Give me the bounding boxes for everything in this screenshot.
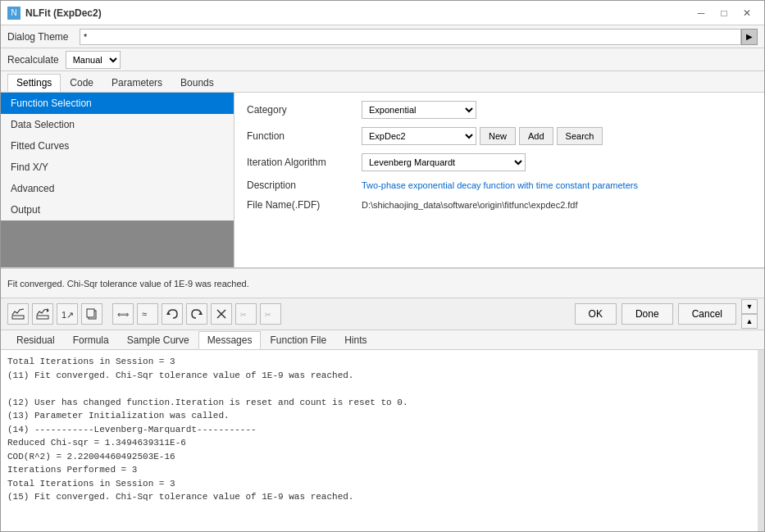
nav-item-fitted-curves[interactable]: Fitted Curves bbox=[1, 135, 234, 157]
svg-text:≈: ≈ bbox=[142, 309, 147, 319]
nav-item-output[interactable]: Output bbox=[1, 199, 234, 221]
svg-rect-1 bbox=[37, 316, 48, 319]
toolbar-btn-10[interactable]: ✂ bbox=[235, 303, 257, 325]
tab-messages[interactable]: Messages bbox=[198, 331, 262, 349]
dialog-theme-bar: Dialog Theme ▶ bbox=[1, 25, 764, 48]
log-line-8: COD(R^2) = 2.2200446049250­3E-16 bbox=[7, 450, 751, 464]
filename-label: File Name(.FDF) bbox=[247, 199, 362, 211]
app-icon: N bbox=[7, 7, 20, 20]
new-button[interactable]: New bbox=[480, 127, 516, 145]
toolbar-btn-2[interactable] bbox=[32, 303, 53, 325]
description-control: Two-phase exponential decay function wit… bbox=[362, 180, 752, 190]
log-line-7: Reduced Chi-sqr = 1.3494639311E-6 bbox=[7, 436, 751, 450]
description-row: Description Two-phase exponential decay … bbox=[247, 180, 752, 191]
log-line-10: Total Iterations in Session = 3 bbox=[7, 477, 751, 491]
window-controls: ─ □ ✕ bbox=[690, 6, 758, 20]
main-window: N NLFit (ExpDec2) ─ □ ✕ Dialog Theme ▶ R… bbox=[0, 0, 765, 532]
toolbar-btn-11[interactable]: ✂ bbox=[260, 303, 281, 325]
filename-row: File Name(.FDF) D:\shichaojing_data\soft… bbox=[247, 199, 752, 211]
restore-button[interactable]: □ bbox=[713, 6, 735, 20]
log-line-5: (13) Parameter Initialization was called… bbox=[7, 409, 751, 423]
bottom-section: Residual Formula Sample Curve Messages F… bbox=[1, 330, 764, 531]
bottom-tabs: Residual Formula Sample Curve Messages F… bbox=[1, 330, 764, 350]
toolbar-arrows: ▼ ▲ bbox=[741, 299, 758, 329]
tab-bounds[interactable]: Bounds bbox=[171, 74, 223, 92]
toolbar-btn-9[interactable] bbox=[211, 303, 232, 325]
cancel-button[interactable]: Cancel bbox=[678, 303, 736, 325]
action-buttons: OK Done Cancel bbox=[575, 303, 736, 325]
recalculate-bar: Recalculate Manual Auto None bbox=[1, 48, 764, 71]
title-bar: N NLFit (ExpDec2) ─ □ ✕ bbox=[1, 1, 764, 25]
tab-function-file[interactable]: Function File bbox=[261, 331, 335, 349]
arrow-down[interactable]: ▼ bbox=[741, 299, 758, 314]
function-row: Function ExpDec2 ExpDec1 ExpDec3 New Add… bbox=[247, 127, 752, 145]
right-panel: Category Exponential Growth/Sigmoidal Pe… bbox=[235, 93, 764, 267]
svg-text:1↗: 1↗ bbox=[61, 310, 74, 320]
log-line-11: (15) Fit converged. Chi-Sqr tolerance va… bbox=[7, 490, 751, 504]
toolbar-row: 1↗ ⟺ ≈ ✂ ✂ OK Done Cancel bbox=[1, 298, 764, 330]
add-button[interactable]: Add bbox=[519, 127, 553, 145]
tab-residual[interactable]: Residual bbox=[7, 331, 64, 349]
nav-item-function-selection[interactable]: Function Selection bbox=[1, 93, 234, 114]
tab-hints[interactable]: Hints bbox=[335, 331, 376, 349]
tab-sample-curve[interactable]: Sample Curve bbox=[118, 331, 198, 349]
log-area: Total Iterations in Session = 3 (11) Fit… bbox=[1, 350, 764, 531]
search-button[interactable]: Search bbox=[557, 127, 603, 145]
filename-control: D:\shichaojing_data\software\origin\fitf… bbox=[362, 200, 752, 210]
tab-code[interactable]: Code bbox=[61, 74, 102, 92]
tab-settings[interactable]: Settings bbox=[7, 74, 61, 92]
toolbar-sep-1 bbox=[106, 303, 109, 325]
nav-item-data-selection[interactable]: Data Selection bbox=[1, 114, 234, 135]
log-line-9: Iterations Performed = 3 bbox=[7, 463, 751, 477]
status-text: Fit converged. Chi-Sqr tolerance value o… bbox=[7, 279, 249, 289]
description-label: Description bbox=[247, 180, 362, 191]
toolbar-btn-1[interactable] bbox=[7, 303, 29, 325]
arrow-up[interactable]: ▲ bbox=[741, 314, 758, 329]
close-button[interactable]: ✕ bbox=[736, 6, 758, 20]
log-line-2: (11) Fit converged. Chi-Sqr tolerance va… bbox=[7, 369, 751, 383]
recalculate-select[interactable]: Manual Auto None bbox=[66, 51, 121, 69]
iteration-row: Iteration Algorithm Levenberg Marquardt … bbox=[247, 153, 752, 171]
left-panel: Function Selection Data Selection Fitted… bbox=[1, 93, 235, 267]
dialog-theme-label: Dialog Theme bbox=[7, 31, 73, 43]
description-value: Two-phase exponential decay function wit… bbox=[362, 180, 638, 190]
toolbar-btn-6[interactable]: ≈ bbox=[137, 303, 158, 325]
log-line-1: Total Iterations in Session = 3 bbox=[7, 355, 751, 369]
svg-text:✂: ✂ bbox=[240, 311, 247, 319]
function-select[interactable]: ExpDec2 ExpDec1 ExpDec3 bbox=[362, 127, 476, 145]
tab-formula[interactable]: Formula bbox=[64, 331, 118, 349]
function-label: Function bbox=[247, 130, 362, 142]
nav-spacer bbox=[1, 221, 234, 267]
settings-tabs: Settings Code Parameters Bounds bbox=[1, 71, 764, 93]
window-title: NLFit (ExpDec2) bbox=[25, 7, 690, 19]
nav-item-advanced[interactable]: Advanced bbox=[1, 178, 234, 199]
status-bar: Fit converged. Chi-Sqr tolerance value o… bbox=[1, 268, 764, 298]
svg-text:⟺: ⟺ bbox=[117, 310, 129, 319]
toolbar-btn-8[interactable] bbox=[186, 303, 207, 325]
function-control: ExpDec2 ExpDec1 ExpDec3 New Add Search bbox=[362, 127, 752, 145]
category-select[interactable]: Exponential Growth/Sigmoidal Peak Functi… bbox=[362, 101, 476, 119]
toolbar-btn-5[interactable]: ⟺ bbox=[112, 303, 134, 325]
log-line-6: (14) -----------Levenberg-Marquardt-----… bbox=[7, 423, 751, 437]
dialog-theme-input[interactable] bbox=[80, 29, 741, 45]
tab-parameters[interactable]: Parameters bbox=[102, 74, 171, 92]
category-control: Exponential Growth/Sigmoidal Peak Functi… bbox=[362, 101, 752, 119]
log-line-4: (12) User has changed function.Iteration… bbox=[7, 396, 751, 410]
toolbar-btn-4[interactable] bbox=[81, 303, 102, 325]
svg-text:✂: ✂ bbox=[265, 311, 271, 319]
ok-button[interactable]: OK bbox=[575, 303, 617, 325]
toolbar-btn-7[interactable] bbox=[162, 303, 183, 325]
recalculate-label: Recalculate bbox=[7, 54, 59, 66]
iteration-select[interactable]: Levenberg Marquardt Orthogonal Distance … bbox=[362, 153, 526, 171]
done-button[interactable]: Done bbox=[622, 303, 673, 325]
main-content: Function Selection Data Selection Fitted… bbox=[1, 93, 764, 268]
svg-rect-0 bbox=[12, 316, 24, 319]
minimize-button[interactable]: ─ bbox=[690, 6, 712, 20]
nav-list: Function Selection Data Selection Fitted… bbox=[1, 93, 234, 221]
nav-item-find-xy[interactable]: Find X/Y bbox=[1, 157, 234, 178]
iteration-control: Levenberg Marquardt Orthogonal Distance … bbox=[362, 153, 752, 171]
toolbar-btn-3[interactable]: 1↗ bbox=[57, 303, 78, 325]
iteration-label: Iteration Algorithm bbox=[247, 157, 362, 168]
svg-rect-5 bbox=[87, 309, 94, 317]
dialog-theme-arrow[interactable]: ▶ bbox=[741, 29, 758, 45]
